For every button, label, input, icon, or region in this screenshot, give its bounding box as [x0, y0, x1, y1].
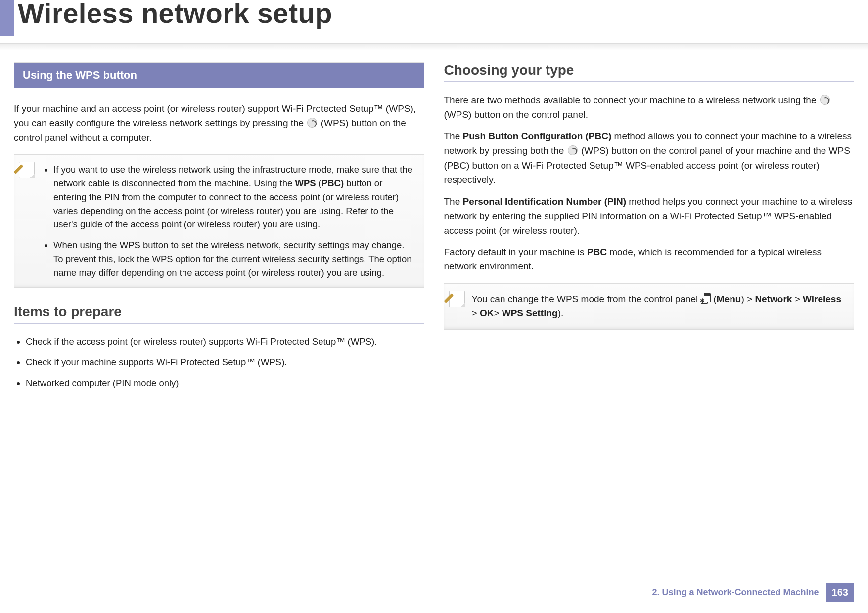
choosing-type-heading: Choosing your type	[444, 62, 855, 82]
prepare-item: Check if the access point (or wireless r…	[26, 335, 424, 349]
gt3: >	[472, 308, 480, 318]
section-heading: Using the WPS button	[14, 63, 424, 88]
right-p2: The Push Button Configuration (PBC) meth…	[444, 129, 855, 187]
note-block-right: You can change the WPS mode from the con…	[444, 283, 855, 330]
gt4: >	[494, 308, 502, 318]
footer-page-number: 163	[826, 583, 854, 602]
gt2: >	[792, 294, 803, 304]
wps-icon	[307, 118, 317, 128]
p1-b: (WPS) button on the control panel.	[444, 109, 589, 120]
prepare-list: Check if the access point (or wireless r…	[14, 335, 424, 390]
note-item-1: If you want to use the wireless network …	[53, 163, 416, 231]
note-end: ).	[558, 308, 564, 318]
wps-icon	[820, 95, 830, 105]
p1-a: There are two methods available to conne…	[444, 95, 819, 105]
page-footer: 2. Using a Network-Connected Machine 163	[652, 583, 854, 602]
note-a: You can change the WPS mode from the con…	[472, 294, 701, 304]
note-icon	[449, 291, 465, 307]
note-wireless: Wireless	[803, 294, 841, 304]
note-ok: OK	[480, 308, 494, 318]
p4-a: Factory default in your machine is	[444, 247, 587, 257]
right-column: Choosing your type There are two methods…	[444, 62, 855, 390]
note-network: Network	[755, 294, 792, 304]
prepare-item: Check if your machine supports Wi-Fi Pro…	[26, 355, 424, 369]
p2-bold: Push Button Configuration (PBC)	[463, 131, 612, 141]
header-shadow	[0, 44, 868, 50]
menu-icon: ✱	[701, 294, 713, 304]
intro-paragraph: If your machine and an access point (or …	[14, 101, 424, 145]
page-title: Wireless network setup	[18, 0, 332, 29]
p2-a: The	[444, 131, 463, 141]
items-to-prepare-heading: Items to prepare	[14, 304, 424, 324]
gt1: >	[744, 294, 755, 304]
footer-chapter: 2. Using a Network-Connected Machine	[652, 587, 819, 598]
p3-bold: Personal Identification Number (PIN)	[463, 196, 626, 207]
right-p1: There are two methods available to conne…	[444, 93, 855, 122]
note-list: If you want to use the wireless network …	[42, 163, 416, 279]
note-wps: WPS Setting	[502, 308, 558, 318]
page-header: Wireless network setup	[0, 0, 868, 44]
p3-a: The	[444, 196, 463, 207]
content-area: Using the WPS button If your machine and…	[0, 44, 868, 390]
header-accent	[0, 0, 14, 36]
note1-bold: WPS (PBC)	[295, 178, 344, 188]
wps-icon	[568, 145, 578, 155]
left-column: Using the WPS button If your machine and…	[14, 62, 424, 390]
right-p4: Factory default in your machine is PBC m…	[444, 245, 855, 274]
prepare-item: Networked computer (PIN mode only)	[26, 376, 424, 390]
note-menu: Menu	[717, 294, 741, 304]
note-right-text: You can change the WPS mode from the con…	[472, 292, 847, 321]
note-block-left: If you want to use the wireless network …	[14, 154, 424, 288]
p4-bold: PBC	[587, 247, 607, 257]
note-icon	[19, 162, 35, 178]
section-heading-container: Using the WPS button	[14, 62, 424, 88]
note-item-2: When using the WPS button to set the wir…	[53, 238, 416, 279]
right-p3: The Personal Identification Number (PIN)…	[444, 194, 855, 238]
